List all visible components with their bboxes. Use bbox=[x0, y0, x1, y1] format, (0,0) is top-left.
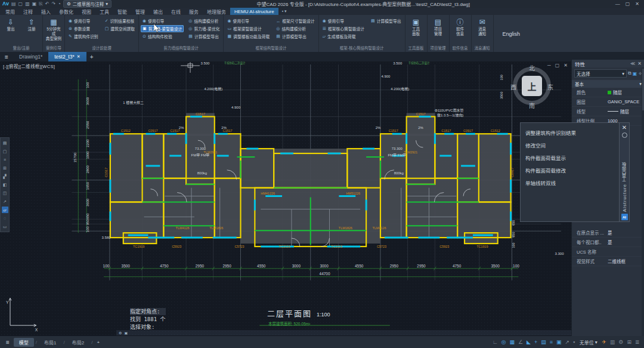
compass-top-face[interactable]: 上 bbox=[522, 76, 542, 96]
ribbon-button[interactable]: ◎结构建模分析 bbox=[274, 25, 316, 32]
workspace-dropdown[interactable]: ⚙ 二维草图与注释 ▾ bbox=[63, 0, 112, 8]
ribbon-button[interactable]: ☰框架核心筒智能设计 bbox=[321, 25, 366, 32]
canvas-scrollbar[interactable]: ⚙▣ bbox=[116, 330, 575, 335]
ribbon-button[interactable]: ▱生成楼板及荷载 bbox=[321, 33, 366, 40]
ribbon-tab-在线[interactable]: 在线 bbox=[167, 8, 185, 15]
quick-access-icon[interactable]: ▤ bbox=[11, 0, 16, 8]
close-icon[interactable]: ✕ bbox=[77, 54, 80, 59]
ribbon-button[interactable]: ▤计算模型导出 bbox=[187, 33, 221, 40]
scrollbar-icon[interactable]: ⚙ bbox=[119, 331, 122, 335]
ribbon-button[interactable]: ⓘ软件 信息 bbox=[451, 16, 469, 36]
ribbon-button[interactable]: ⇧注册 bbox=[23, 16, 41, 32]
ribbon-button[interactable]: ▭框架梁智能设计 bbox=[225, 25, 271, 32]
layout-tab-布局2[interactable]: 布局2 bbox=[67, 338, 89, 347]
popup-menu-item[interactable]: 构件截面荷载修改 bbox=[525, 164, 614, 176]
property-row[interactable]: 图层GANIO_SPACE bbox=[572, 97, 644, 107]
close-icon[interactable]: ✕ bbox=[635, 0, 639, 8]
viewport-controls[interactable]: [-][俯视][二维线框][WCS] bbox=[3, 63, 55, 69]
new-layout-button[interactable]: + bbox=[94, 340, 102, 345]
popup-menu-item[interactable]: 调整建筑构件识别结果 bbox=[525, 126, 614, 138]
ribbon-tab-参数化[interactable]: 参数化 bbox=[55, 8, 78, 15]
layout-tab-模型[interactable]: 模型 bbox=[14, 338, 34, 347]
restore-icon[interactable]: ▢ bbox=[555, 63, 560, 68]
mini-toolbar-icon[interactable]: ▞ bbox=[2, 173, 8, 180]
property-row[interactable]: 线型随层 bbox=[572, 107, 644, 116]
mini-toolbar-icon[interactable]: ▤ bbox=[2, 140, 8, 146]
status-toggle-icon[interactable]: ▦ bbox=[509, 339, 516, 345]
mini-toolbar-icon[interactable]: ▭ bbox=[2, 223, 8, 230]
ribbon-tab-视图[interactable]: 视图 bbox=[78, 8, 95, 15]
selection-dropdown[interactable]: 无选择 ▾ bbox=[574, 69, 627, 78]
compass-east[interactable]: 东 bbox=[547, 82, 553, 91]
property-row[interactable]: 视觉样式二维线框 bbox=[572, 257, 644, 266]
minimize-icon[interactable]: — bbox=[615, 0, 620, 8]
ribbon-button[interactable]: ⇩登出 bbox=[2, 16, 20, 32]
status-tool-icon[interactable]: ⚙ bbox=[618, 339, 624, 345]
ribbon-tab-插入[interactable]: 插入 bbox=[37, 8, 55, 15]
ribbon-tab-HEMU AI-structure[interactable]: HEMU AI-structure bbox=[230, 8, 278, 15]
quick-access-icon[interactable]: ▥ bbox=[25, 0, 30, 8]
quick-access-icon[interactable]: ◔ bbox=[58, 0, 61, 8]
mini-toolbar-icon[interactable]: ◫ bbox=[2, 190, 8, 196]
properties-scrollbar[interactable] bbox=[642, 67, 644, 336]
ribbon-button[interactable]: ▣工具 面板 bbox=[407, 16, 425, 36]
status-toggle-icon[interactable]: ▣ bbox=[555, 339, 562, 345]
popup-menu-item[interactable]: 单轴线转双线 bbox=[525, 176, 614, 189]
property-row[interactable]: 每个视口都..是 bbox=[572, 238, 644, 247]
quick-access-icon[interactable]: ↷ bbox=[51, 0, 55, 8]
view-compass[interactable]: 北 东 南 西 上 bbox=[510, 64, 553, 107]
auto-hide-icon[interactable]: ≪ bbox=[630, 61, 635, 66]
close-icon[interactable]: ✕ bbox=[637, 61, 642, 66]
quick-access-icon[interactable]: ↶ bbox=[45, 0, 49, 8]
mini-toolbar-icon[interactable]: ◌ bbox=[2, 215, 8, 221]
ribbon-button[interactable]: ↔框架尺寸智能设计 bbox=[274, 17, 316, 24]
ribbon-tab-服务[interactable]: 服务 bbox=[185, 8, 203, 15]
select-objects-icon[interactable]: ▣ bbox=[633, 71, 637, 76]
status-tool-icon[interactable]: ✈ bbox=[601, 339, 608, 345]
new-doc-tab-button[interactable]: + bbox=[86, 52, 97, 61]
scrollbar-icon[interactable]: ▣ bbox=[124, 331, 128, 335]
quick-access-icon[interactable]: ⎘ bbox=[39, 0, 42, 8]
close-icon[interactable]: ✕ bbox=[622, 125, 627, 131]
mini-toolbar-icon[interactable]: ▢ bbox=[2, 148, 8, 155]
pin-icon[interactable] bbox=[622, 133, 627, 138]
ribbon-button[interactable]: ✎建筑构件识别 bbox=[67, 33, 100, 40]
quick-access-icon[interactable]: ▣ bbox=[32, 0, 37, 8]
popup-menu-item[interactable]: 构件截面荷载显示 bbox=[525, 151, 614, 164]
property-row[interactable]: UCS 名称 bbox=[572, 247, 644, 257]
status-toggle-icon[interactable]: ∠ bbox=[517, 339, 524, 345]
ribbon-button[interactable]: ✉消息 通知 bbox=[473, 16, 491, 36]
ribbon-tab-常用[interactable]: 常用 bbox=[1, 8, 19, 15]
property-row[interactable]: 在原点显示 ...是 bbox=[572, 228, 644, 238]
units-dropdown[interactable]: 无单位▾ bbox=[578, 339, 599, 346]
compass-south[interactable]: 南 bbox=[529, 101, 535, 110]
doc-tab-test2_t3[interactable]: test2_t3*✕ bbox=[48, 52, 86, 61]
compass-north[interactable]: 北 bbox=[529, 63, 535, 72]
ribbon-button[interactable]: ◉使用引导 bbox=[67, 17, 100, 24]
ribbon-button[interactable]: ⊙结构构件校验 bbox=[141, 33, 184, 40]
ribbon-tab-输出[interactable]: 输出 bbox=[149, 8, 167, 15]
compass-west[interactable]: 西 bbox=[510, 82, 516, 91]
ribbon-button[interactable]: ▦5分钟完成 典型案例 bbox=[45, 16, 63, 41]
ribbon-tab-智能[interactable]: 智能 bbox=[113, 8, 131, 15]
status-toggle-icon[interactable]: ▪ bbox=[572, 339, 576, 345]
status-toggle-icon[interactable]: ▤ bbox=[540, 339, 547, 345]
english-button[interactable]: English bbox=[496, 31, 528, 37]
mini-toolbar-icon[interactable]: ◧ bbox=[2, 181, 8, 188]
ribbon-collapse-control[interactable]: ▪ ▾ bbox=[278, 8, 290, 15]
mini-toolbar-icon[interactable]: ⊞ bbox=[2, 165, 8, 171]
status-toggle-icon[interactable]: ≡ bbox=[549, 339, 553, 345]
ribbon-button[interactable]: ✓识别结果校核 bbox=[103, 17, 137, 24]
status-toggle-icon[interactable]: ◣ bbox=[526, 339, 532, 345]
ribbon-button[interactable]: ▤计算模型导出 bbox=[369, 17, 402, 24]
ribbon-button[interactable]: ▦调整楼板功能及荷载 bbox=[225, 33, 271, 40]
ribbon-tab-管理[interactable]: 管理 bbox=[131, 8, 149, 15]
ribbon-button[interactable]: ▣剪力墙-梁智能设计 bbox=[141, 25, 184, 32]
quick-access-icon[interactable]: ▢ bbox=[18, 0, 23, 8]
status-toggle-icon[interactable]: ∟ bbox=[491, 339, 499, 345]
ribbon-button[interactable]: ◉使用引导 bbox=[225, 17, 271, 24]
ribbon-tab-地理服务[interactable]: 地理服务 bbox=[203, 8, 230, 15]
popup-menu-item[interactable]: 修改空间 bbox=[525, 138, 614, 151]
layout-tab-布局1[interactable]: 布局1 bbox=[39, 338, 61, 347]
ribbon-button[interactable]: ▤项目 管理 bbox=[429, 16, 447, 36]
